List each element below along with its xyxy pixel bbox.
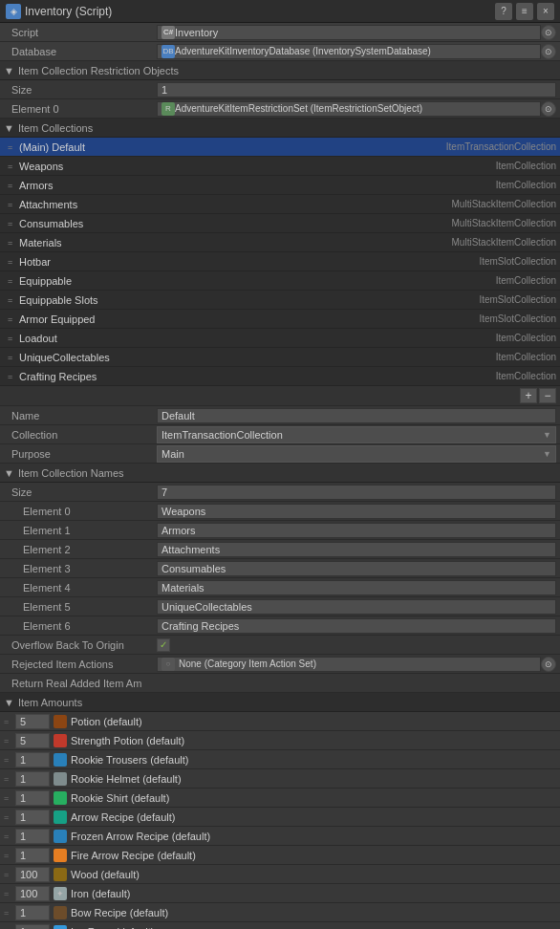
rejected-value: ○ None (Category Item Action Set) bbox=[157, 657, 541, 672]
names-size-label: Size bbox=[4, 486, 157, 498]
collection-item-10[interactable]: = Loadout ItemCollection bbox=[0, 329, 560, 348]
collection-field-dropdown[interactable]: ItemTransactionCollection ▼ bbox=[157, 426, 556, 443]
collection-item-6[interactable]: = Hotbar ItemSlotCollection bbox=[0, 252, 560, 271]
collection-item-type-8: ItemSlotCollection bbox=[479, 294, 556, 305]
amount-row-11: = 1 Ice Rune (default) bbox=[0, 922, 560, 929]
restriction-element0-select-btn[interactable]: ⊙ bbox=[541, 101, 556, 117]
collection-item-type-6: ItemSlotCollection bbox=[479, 256, 556, 267]
amount-eq-8: = bbox=[4, 870, 15, 879]
collection-item-11[interactable]: = UniqueCollectables ItemCollection bbox=[0, 348, 560, 367]
collection-item-1[interactable]: = Weapons ItemCollection bbox=[0, 157, 560, 176]
amount-name-10: Bow Recipe (default) bbox=[71, 907, 556, 918]
collection-remove-btn[interactable]: − bbox=[539, 388, 556, 403]
script-select-btn[interactable]: ⊙ bbox=[541, 25, 556, 40]
element-row-4: Element 4 Materials bbox=[0, 578, 560, 597]
collection-item-9[interactable]: = Armor Equipped ItemSlotCollection bbox=[0, 310, 560, 329]
collection-item-7[interactable]: = Equippable ItemCollection bbox=[0, 271, 560, 291]
restriction-foldout[interactable]: ▼ bbox=[4, 65, 14, 76]
collection-item-type-2: ItemCollection bbox=[496, 180, 556, 190]
amount-num-5[interactable]: 1 bbox=[15, 810, 50, 825]
close-icon[interactable]: × bbox=[537, 3, 554, 20]
element-6-label: Element 6 bbox=[4, 620, 157, 632]
purpose-row: Purpose Main ▼ bbox=[0, 444, 560, 464]
collection-item-5[interactable]: = Materials MultiStackItemCollection bbox=[0, 233, 560, 252]
names-size-value[interactable]: 7 bbox=[157, 485, 556, 500]
collection-item-name-4: Consumables bbox=[19, 218, 452, 229]
amount-num-6[interactable]: 1 bbox=[15, 829, 50, 844]
amount-row-9: = 100 ✦ Iron (default) bbox=[0, 884, 560, 903]
item-amounts-foldout[interactable]: ▼ bbox=[4, 697, 14, 708]
db-icon: DB bbox=[162, 45, 175, 58]
amount-num-4[interactable]: 1 bbox=[15, 790, 50, 806]
collection-names-foldout[interactable]: ▼ bbox=[4, 467, 14, 479]
amount-name-1: Strength Potion (default) bbox=[71, 735, 556, 746]
amount-num-10[interactable]: 1 bbox=[15, 905, 50, 920]
restriction-element0-value: R AdventureKitItemRestrictionSet (ItemRe… bbox=[157, 101, 541, 117]
amount-eq-6: = bbox=[4, 832, 15, 841]
amount-num-8[interactable]: 100 bbox=[15, 867, 50, 882]
collection-add-btn[interactable]: + bbox=[520, 388, 537, 403]
amount-icon-8 bbox=[54, 868, 67, 881]
element-1-value[interactable]: Armors bbox=[157, 523, 556, 538]
element-row-6: Element 6 Crafting Recipes bbox=[0, 616, 560, 636]
collection-item-12[interactable]: = Crafting Recipes ItemCollection bbox=[0, 367, 560, 386]
element-row-1: Element 1 Armors bbox=[0, 521, 560, 540]
item-collections-foldout[interactable]: ▼ bbox=[4, 122, 14, 134]
element-0-value[interactable]: Weapons bbox=[157, 504, 556, 519]
element-4-value[interactable]: Materials bbox=[157, 580, 556, 595]
name-value[interactable]: Default bbox=[157, 408, 556, 423]
amount-num-1[interactable]: 5 bbox=[15, 733, 50, 748]
database-select-btn[interactable]: ⊙ bbox=[541, 44, 556, 59]
collection-item-name-3: Attachments bbox=[19, 199, 452, 210]
element-5-value[interactable]: UniqueCollectables bbox=[157, 599, 556, 615]
amount-row-5: = 1 Arrow Recipe (default) bbox=[0, 808, 560, 827]
collection-field-label: Collection bbox=[4, 429, 157, 441]
amount-icon-2 bbox=[54, 753, 67, 767]
amount-eq-9: = bbox=[4, 889, 15, 898]
purpose-label: Purpose bbox=[4, 448, 157, 460]
overflow-label: Overflow Back To Origin bbox=[4, 639, 157, 651]
collection-item-4[interactable]: = Consumables MultiStackItemCollection bbox=[0, 214, 560, 233]
help-icon[interactable]: ? bbox=[495, 3, 512, 20]
collection-item-name-11: UniqueCollectables bbox=[19, 352, 496, 363]
amount-num-3[interactable]: 1 bbox=[15, 771, 50, 787]
collection-item-8[interactable]: = Equippable Slots ItemSlotCollection bbox=[0, 291, 560, 310]
overflow-checkbox[interactable]: ✓ bbox=[157, 638, 170, 652]
amount-eq-0: = bbox=[4, 717, 15, 726]
database-name: AdventureKitInventoryDatabase (Inventory… bbox=[175, 46, 431, 56]
collection-item-name-10: Loadout bbox=[19, 333, 496, 344]
collection-item-name-7: Equippable bbox=[19, 275, 496, 287]
return-row: Return Real Added Item Am bbox=[0, 674, 560, 693]
element-2-value[interactable]: Attachments bbox=[157, 542, 556, 557]
amount-num-9[interactable]: 100 bbox=[15, 886, 50, 901]
restriction-element0-label: Element 0 bbox=[4, 103, 157, 115]
collection-item-2[interactable]: = Armors ItemCollection bbox=[0, 176, 560, 195]
amount-icon-9: ✦ bbox=[54, 887, 67, 900]
rejected-select-btn[interactable]: ⊙ bbox=[541, 657, 556, 672]
amount-num-11[interactable]: 1 bbox=[15, 924, 50, 930]
menu-icon[interactable]: ≡ bbox=[516, 3, 533, 20]
item-amounts-label: Item Amounts bbox=[18, 697, 82, 708]
amount-row-7: = 1 Fire Arrow Recipe (default) bbox=[0, 846, 560, 865]
amount-num-7[interactable]: 1 bbox=[15, 848, 50, 863]
eq-icon-3: = bbox=[8, 200, 17, 209]
collection-item-0[interactable]: = (Main) Default ItemTransactionCollecti… bbox=[0, 138, 560, 157]
amount-row-1: = 5 Strength Potion (default) bbox=[0, 731, 560, 750]
collection-item-type-4: MultiStackItemCollection bbox=[452, 218, 556, 228]
purpose-dropdown[interactable]: Main ▼ bbox=[157, 445, 556, 463]
restriction-size-row: Size 1 bbox=[0, 80, 560, 99]
amount-num-0[interactable]: 5 bbox=[15, 714, 50, 729]
element-3-value[interactable]: Consumables bbox=[157, 561, 556, 576]
element-2-label: Element 2 bbox=[4, 544, 157, 555]
element-row-2: Element 2 Attachments bbox=[0, 540, 560, 559]
restriction-size-value[interactable]: 1 bbox=[157, 82, 556, 97]
collection-item-3[interactable]: = Attachments MultiStackItemCollection bbox=[0, 195, 560, 214]
amount-icon-11 bbox=[54, 925, 67, 930]
amount-icon-10 bbox=[54, 906, 67, 919]
unity-icon: ◈ bbox=[6, 4, 21, 19]
amount-num-2[interactable]: 1 bbox=[15, 752, 50, 767]
collection-field-row: Collection ItemTransactionCollection ▼ bbox=[0, 425, 560, 444]
element-6-value[interactable]: Crafting Recipes bbox=[157, 618, 556, 634]
item-collections-header: ▼ Item Collections bbox=[0, 119, 560, 138]
restriction-section-header: ▼ Item Collection Restriction Objects bbox=[0, 61, 560, 80]
